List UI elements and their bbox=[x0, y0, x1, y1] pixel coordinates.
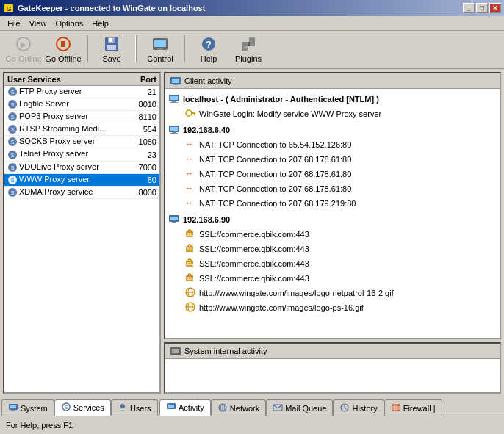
activity-sub-item[interactable]: http://www.wingate.com/images/logo-netpa… bbox=[167, 286, 498, 300]
tab-system-label: System bbox=[21, 404, 48, 413]
activity-group: 192.168.6.90 SSL SSL://commerce.qbik.com… bbox=[167, 212, 498, 315]
svg-rect-12 bbox=[157, 48, 163, 50]
svg-rect-58 bbox=[170, 217, 178, 220]
minimize-button[interactable]: _ bbox=[463, 3, 475, 13]
tab-network[interactable]: Network bbox=[211, 399, 266, 416]
svg-rect-80 bbox=[172, 349, 179, 353]
services-table: S FTP Proxy server 21 S Logfile Server 8… bbox=[4, 86, 159, 199]
bottom-tab-area: SystemSServicesUsers ActivityNetworkMail… bbox=[0, 397, 504, 416]
activity-sub-icon: ↔ bbox=[184, 167, 196, 181]
service-row[interactable]: S FTP Proxy server 21 bbox=[4, 86, 159, 98]
svg-rect-41 bbox=[170, 96, 178, 100]
bottom-left-tabs: SystemSServicesUsers bbox=[0, 397, 158, 416]
status-bar: For Help, press F1 bbox=[0, 416, 504, 434]
go-online-button[interactable]: ▶ Go Online bbox=[4, 33, 43, 65]
tab-history[interactable]: History bbox=[333, 399, 384, 416]
svg-rect-42 bbox=[172, 101, 176, 102]
activity-content[interactable]: localhost - ( Administrator - Authentica… bbox=[165, 89, 500, 338]
activity-sub-item[interactable]: SSL SSL://commerce.qbik.com:443 bbox=[167, 256, 498, 271]
save-button[interactable]: Save bbox=[93, 33, 131, 65]
service-row[interactable]: S VDOLive Proxy server 7000 bbox=[4, 161, 159, 173]
tab-firewall[interactable]: Firewall | bbox=[384, 399, 442, 416]
svg-rect-49 bbox=[170, 127, 178, 131]
control-button[interactable]: Control bbox=[141, 33, 179, 65]
tab-firewall-icon bbox=[391, 402, 401, 414]
tab-mail-queue[interactable]: Mail Queue bbox=[266, 399, 333, 416]
service-name: S FTP Proxy server bbox=[4, 86, 126, 98]
tab-system-icon bbox=[8, 402, 18, 414]
svg-text:↔: ↔ bbox=[185, 140, 193, 148]
activity-sub-item[interactable]: SSL SSL://commerce.qbik.com:443 bbox=[167, 227, 498, 242]
service-row[interactable]: S XDMA Proxy service 8000 bbox=[4, 186, 159, 198]
plugins-button[interactable]: Plugins bbox=[229, 33, 267, 65]
activity-sub-item[interactable]: ↔ NAT: TCP Connection to 207.68.178.61:8… bbox=[167, 167, 498, 181]
svg-marker-17 bbox=[248, 42, 250, 46]
menu-options[interactable]: Options bbox=[51, 18, 87, 29]
activity-sub-icon: SSL bbox=[184, 228, 196, 241]
svg-text:↔: ↔ bbox=[185, 184, 193, 192]
svg-point-86 bbox=[120, 404, 125, 408]
activity-sub-item[interactable]: WinGate Login: Modify service WWW Proxy … bbox=[167, 106, 498, 121]
activity-sub-item[interactable]: ↔ NAT: TCP Connection to 207.68.179.219:… bbox=[167, 196, 498, 211]
activity-sub-icon: SSL bbox=[184, 257, 196, 270]
svg-rect-46 bbox=[194, 112, 195, 115]
activity-group: localhost - ( Administrator - Authentica… bbox=[167, 92, 498, 121]
activity-sub-item[interactable]: ↔ NAT: TCP Connection to 65.54.152.126:8… bbox=[167, 137, 498, 152]
activity-group-header[interactable]: 192.168.6.40 bbox=[167, 123, 498, 137]
service-name: S WWW Proxy server bbox=[4, 173, 126, 186]
maximize-button[interactable]: □ bbox=[476, 3, 488, 13]
service-row[interactable]: S WWW Proxy server 80 bbox=[4, 173, 159, 186]
activity-host-icon bbox=[168, 93, 180, 106]
main-content: User Services Port S FTP Proxy server 21… bbox=[0, 69, 504, 397]
plugins-icon bbox=[240, 35, 257, 53]
tab-users[interactable]: Users bbox=[111, 399, 158, 416]
go-online-label: Go Online bbox=[5, 54, 42, 63]
service-row[interactable]: S Logfile Server 8010 bbox=[4, 98, 159, 111]
app-icon: G bbox=[3, 2, 15, 14]
activity-host-text: 192.168.6.40 bbox=[183, 126, 230, 134]
activity-sub-item[interactable]: SSL SSL://commerce.qbik.com:443 bbox=[167, 271, 498, 286]
svg-rect-51 bbox=[170, 133, 178, 134]
toolbar-sep-3 bbox=[184, 36, 185, 62]
svg-text:▶: ▶ bbox=[21, 40, 26, 48]
svg-text:S: S bbox=[11, 153, 15, 158]
activity-sub-item[interactable]: SSL SSL://commerce.qbik.com:443 bbox=[167, 242, 498, 256]
activity-sub-item[interactable]: ↔ NAT: TCP Connection to 207.68.178.61:8… bbox=[167, 152, 498, 167]
service-port: 8000 bbox=[126, 186, 159, 198]
go-offline-label: Go Offline bbox=[45, 54, 81, 63]
menu-view[interactable]: View bbox=[25, 18, 51, 29]
svg-text:SSL: SSL bbox=[187, 247, 194, 251]
service-row[interactable]: S RTSP Streaming Medi... 554 bbox=[4, 123, 159, 136]
service-row[interactable]: S Telnet Proxy server 23 bbox=[4, 148, 159, 161]
close-button[interactable]: ✕ bbox=[489, 3, 501, 13]
activity-sub-text: WinGate Login: Modify service WWW Proxy … bbox=[199, 109, 381, 118]
tab-system[interactable]: System bbox=[1, 399, 54, 416]
tab-services[interactable]: SServices bbox=[54, 399, 111, 416]
service-port: 7000 bbox=[126, 161, 159, 173]
activity-sub-item[interactable]: http://www.wingate.com/images/logo-ps-16… bbox=[167, 300, 498, 315]
go-offline-button[interactable]: Go Offline bbox=[44, 33, 82, 65]
activity-group-header[interactable]: localhost - ( Administrator - Authentica… bbox=[167, 92, 498, 106]
help-button[interactable]: ? Help bbox=[190, 33, 228, 65]
activity-host-icon bbox=[168, 123, 180, 137]
activity-sub-item[interactable]: ↔ NAT: TCP Connection to 207.68.178.61:8… bbox=[167, 181, 498, 196]
service-name: S XDMA Proxy service bbox=[4, 186, 126, 198]
service-name: S SOCKS Proxy server bbox=[4, 136, 126, 148]
status-text: For Help, press F1 bbox=[6, 421, 73, 430]
svg-text:S: S bbox=[64, 405, 68, 410]
tab-firewall-label: Firewall | bbox=[403, 404, 436, 413]
tab-activity[interactable]: Activity bbox=[159, 399, 211, 416]
menu-help[interactable]: Help bbox=[87, 18, 113, 29]
service-row[interactable]: S POP3 Proxy server 8110 bbox=[4, 111, 159, 123]
activity-group-header[interactable]: 192.168.6.90 bbox=[167, 212, 498, 227]
tab-services-label: Services bbox=[73, 403, 104, 412]
svg-rect-47 bbox=[192, 112, 194, 114]
system-panel-title: System internal activity bbox=[184, 347, 267, 355]
plugins-label: Plugins bbox=[235, 54, 262, 63]
menu-file[interactable]: File bbox=[3, 18, 25, 29]
svg-rect-82 bbox=[10, 405, 16, 408]
service-icon: S bbox=[7, 99, 18, 109]
service-row[interactable]: S SOCKS Proxy server 1080 bbox=[4, 136, 159, 148]
svg-text:S: S bbox=[11, 165, 15, 170]
system-panel: System internal activity bbox=[164, 342, 501, 394]
